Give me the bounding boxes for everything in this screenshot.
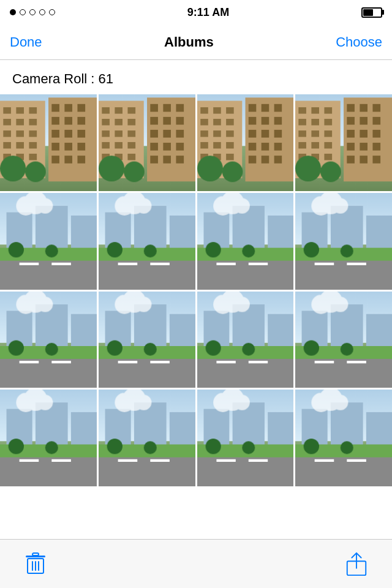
- battery-icon: [361, 7, 382, 18]
- dot-3: [29, 9, 36, 15]
- dot-2: [20, 9, 26, 15]
- photo-cell[interactable]: [197, 390, 294, 486]
- photo-cell[interactable]: [295, 193, 392, 290]
- trash-button[interactable]: [24, 552, 47, 576]
- photo-cell[interactable]: [99, 390, 195, 486]
- photo-cell[interactable]: [295, 390, 392, 486]
- dot-5: [49, 9, 55, 15]
- signal-dots: [10, 9, 55, 15]
- status-bar: 9:11 AM: [0, 0, 392, 24]
- photo-cell[interactable]: [0, 292, 97, 388]
- dot-1: [10, 9, 16, 15]
- photo-cell[interactable]: [99, 292, 195, 388]
- svg-rect-1: [32, 553, 39, 556]
- photo-cell[interactable]: [197, 292, 294, 388]
- battery-fill: [363, 9, 374, 16]
- photo-cell[interactable]: [197, 94, 294, 191]
- photo-cell[interactable]: [0, 94, 97, 191]
- status-time: 9:11 AM: [187, 6, 229, 19]
- photo-grid: [0, 94, 392, 486]
- album-header: Camera Roll : 61: [0, 60, 392, 94]
- photo-cell[interactable]: [0, 390, 97, 486]
- nav-title: Albums: [164, 34, 214, 50]
- photo-cell[interactable]: [99, 94, 195, 191]
- photo-cell[interactable]: [295, 94, 392, 191]
- dot-4: [39, 9, 45, 15]
- share-button[interactable]: [345, 552, 368, 576]
- status-right: [361, 7, 382, 18]
- photo-cell[interactable]: [0, 193, 97, 290]
- bottom-toolbar: [0, 539, 392, 588]
- photo-cell[interactable]: [197, 193, 294, 290]
- done-button[interactable]: Done: [10, 34, 42, 50]
- choose-button[interactable]: Choose: [336, 34, 382, 50]
- photo-cell[interactable]: [99, 193, 195, 290]
- nav-bar: Done Albums Choose: [0, 24, 392, 60]
- photo-cell[interactable]: [295, 292, 392, 388]
